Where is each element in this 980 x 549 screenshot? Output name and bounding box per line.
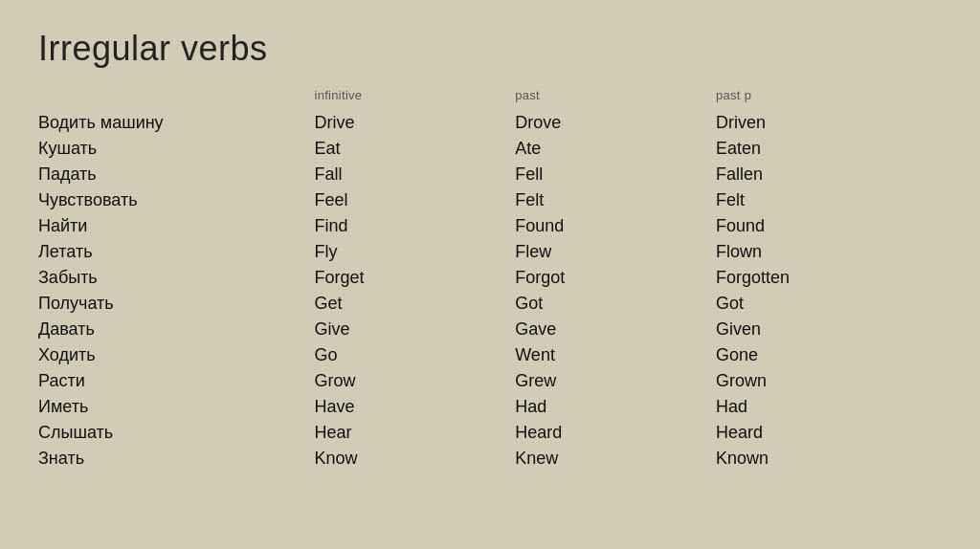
cell-russian: Забыть (38, 265, 314, 291)
cell-past_p: Fallen (716, 162, 942, 187)
table-row: КушатьEatAteEaten (38, 136, 942, 162)
cell-infinitive: Give (314, 317, 515, 342)
cell-infinitive: Drive (314, 110, 515, 136)
cell-past_p: Heard (716, 420, 942, 446)
cell-past: Had (515, 394, 716, 420)
cell-past_p: Felt (716, 187, 942, 213)
cell-infinitive: Have (314, 394, 515, 420)
table-row: ИметьHaveHadHad (38, 394, 942, 420)
cell-past: Felt (515, 187, 716, 213)
cell-infinitive: Hear (314, 420, 515, 446)
cell-past: Drove (515, 110, 716, 136)
cell-past: Forgot (515, 265, 716, 291)
cell-russian: Чувствовать (38, 187, 314, 213)
table-row: ЧувствоватьFeelFeltFelt (38, 187, 942, 213)
cell-russian: Ходить (38, 342, 314, 368)
cell-past_p: Known (716, 446, 942, 472)
cell-past: Grew (515, 368, 716, 394)
cell-past: Fell (515, 162, 716, 187)
page-title: Irregular verbs (38, 29, 942, 69)
table-row: НайтиFindFoundFound (38, 213, 942, 239)
cell-infinitive: Feel (314, 187, 515, 213)
table-row: ЗнатьKnowKnewKnown (38, 446, 942, 472)
table-row: СлышатьHearHeardHeard (38, 420, 942, 446)
cell-russian: Знать (38, 446, 314, 472)
header-russian (38, 88, 314, 110)
header-past-p: past p (716, 88, 942, 110)
cell-past: Gave (515, 317, 716, 342)
cell-past: Heard (515, 420, 716, 446)
cell-past_p: Given (716, 317, 942, 342)
cell-russian: Падать (38, 162, 314, 187)
cell-past: Found (515, 213, 716, 239)
cell-russian: Водить машину (38, 110, 314, 136)
table-row: ЛетатьFlyFlewFlown (38, 239, 942, 265)
cell-infinitive: Find (314, 213, 515, 239)
table-row: ХодитьGoWentGone (38, 342, 942, 368)
cell-infinitive: Forget (314, 265, 515, 291)
table-row: ПадатьFallFellFallen (38, 162, 942, 187)
cell-past_p: Grown (716, 368, 942, 394)
cell-past_p: Eaten (716, 136, 942, 162)
cell-past: Went (515, 342, 716, 368)
cell-past_p: Found (716, 213, 942, 239)
cell-russian: Слышать (38, 420, 314, 446)
cell-infinitive: Grow (314, 368, 515, 394)
cell-russian: Давать (38, 317, 314, 342)
cell-past_p: Forgotten (716, 265, 942, 291)
cell-russian: Получать (38, 291, 314, 317)
cell-russian: Летать (38, 239, 314, 265)
cell-infinitive: Know (314, 446, 515, 472)
page: Irregular verbs infinitive past past p В… (0, 0, 980, 549)
cell-infinitive: Go (314, 342, 515, 368)
cell-russian: Найти (38, 213, 314, 239)
header-past: past (515, 88, 716, 110)
cell-past_p: Gone (716, 342, 942, 368)
cell-past_p: Had (716, 394, 942, 420)
header-infinitive: infinitive (314, 88, 515, 110)
table-header-row: infinitive past past p (38, 88, 942, 110)
cell-past: Flew (515, 239, 716, 265)
cell-russian: Иметь (38, 394, 314, 420)
cell-infinitive: Eat (314, 136, 515, 162)
table-row: РастиGrowGrewGrown (38, 368, 942, 394)
cell-russian: Расти (38, 368, 314, 394)
table-row: Водить машинуDriveDroveDriven (38, 110, 942, 136)
cell-past: Got (515, 291, 716, 317)
cell-infinitive: Fly (314, 239, 515, 265)
cell-infinitive: Get (314, 291, 515, 317)
cell-past_p: Got (716, 291, 942, 317)
cell-infinitive: Fall (314, 162, 515, 187)
table-row: ДаватьGiveGaveGiven (38, 317, 942, 342)
table-row: ПолучатьGetGotGot (38, 291, 942, 317)
verb-table: infinitive past past p Водить машинуDriv… (38, 88, 942, 472)
cell-russian: Кушать (38, 136, 314, 162)
cell-past: Knew (515, 446, 716, 472)
cell-past_p: Driven (716, 110, 942, 136)
verb-table-container: infinitive past past p Водить машинуDriv… (38, 88, 942, 472)
cell-past_p: Flown (716, 239, 942, 265)
cell-past: Ate (515, 136, 716, 162)
table-row: ЗабытьForgetForgotForgotten (38, 265, 942, 291)
